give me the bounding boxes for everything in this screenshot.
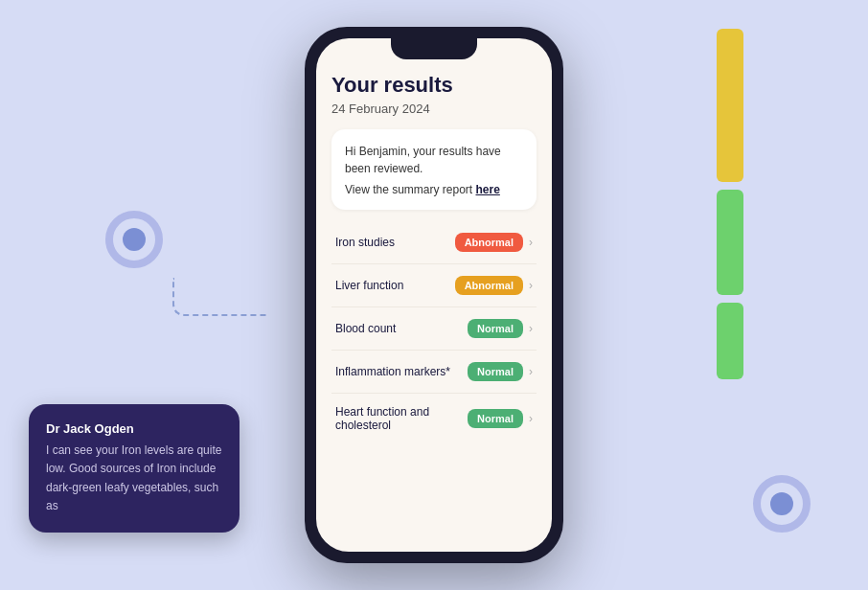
summary-report-link[interactable]: here: [476, 183, 500, 196]
result-right-iron: Abnormal ›: [455, 233, 533, 252]
result-name-blood: Blood count: [335, 322, 468, 335]
message-link[interactable]: View the summary report here: [345, 183, 523, 196]
result-right-inflammation: Normal ›: [468, 362, 533, 381]
result-name-heart: Heart function and cholesterol: [335, 405, 468, 432]
decorative-circle-right-inner: [770, 492, 793, 515]
result-row-iron[interactable]: Iron studies Abnormal ›: [331, 221, 537, 264]
tooltip-text: I can see your Iron levels are quite low…: [46, 442, 222, 515]
chevron-icon-iron: ›: [529, 236, 533, 249]
indicator-bar-green-short: [717, 303, 743, 379]
indicator-bars: [717, 29, 743, 379]
phone-content: Your results 24 February 2024 Hi Benjami…: [316, 38, 552, 552]
result-row-heart[interactable]: Heart function and cholesterol Normal ›: [331, 394, 537, 443]
message-greeting: Hi Benjamin, your results have been revi…: [345, 143, 523, 177]
status-badge-blood: Normal: [468, 319, 523, 338]
connector-line: [172, 278, 268, 316]
result-right-heart: Normal ›: [468, 409, 533, 428]
chevron-icon-heart: ›: [529, 412, 533, 425]
result-name-iron: Iron studies: [335, 236, 455, 249]
chevron-icon-blood: ›: [529, 322, 533, 335]
result-name-liver: Liver function: [335, 279, 455, 292]
result-row-inflammation[interactable]: Inflammation markers* Normal ›: [331, 351, 537, 394]
result-name-inflammation: Inflammation markers*: [335, 365, 468, 378]
result-right-liver: Abnormal ›: [455, 276, 533, 295]
results-date: 24 February 2024: [331, 102, 537, 116]
status-badge-inflammation: Normal: [468, 362, 523, 381]
result-right-blood: Normal ›: [468, 319, 533, 338]
result-row-blood[interactable]: Blood count Normal ›: [331, 307, 537, 351]
status-badge-iron: Abnormal: [455, 233, 523, 252]
chevron-icon-inflammation: ›: [529, 365, 533, 378]
chevron-icon-liver: ›: [529, 279, 533, 292]
tooltip-card: Dr Jack Ogden I can see your Iron levels…: [29, 404, 240, 533]
decorative-circle-left-inner: [123, 228, 146, 251]
status-badge-heart: Normal: [468, 409, 523, 428]
phone-notch: [391, 38, 477, 59]
message-card: Hi Benjamin, your results have been revi…: [331, 129, 537, 210]
results-title: Your results: [331, 73, 537, 98]
status-badge-liver: Abnormal: [455, 276, 523, 295]
phone-screen: Your results 24 February 2024 Hi Benjami…: [316, 38, 552, 552]
indicator-bar-green-medium: [717, 190, 743, 295]
indicator-bar-yellow: [717, 29, 743, 182]
phone: Your results 24 February 2024 Hi Benjami…: [305, 27, 563, 563]
result-list: Iron studies Abnormal › Liver function A…: [331, 221, 537, 443]
result-row-liver[interactable]: Liver function Abnormal ›: [331, 264, 537, 307]
tooltip-doctor-name: Dr Jack Ogden: [46, 421, 222, 436]
